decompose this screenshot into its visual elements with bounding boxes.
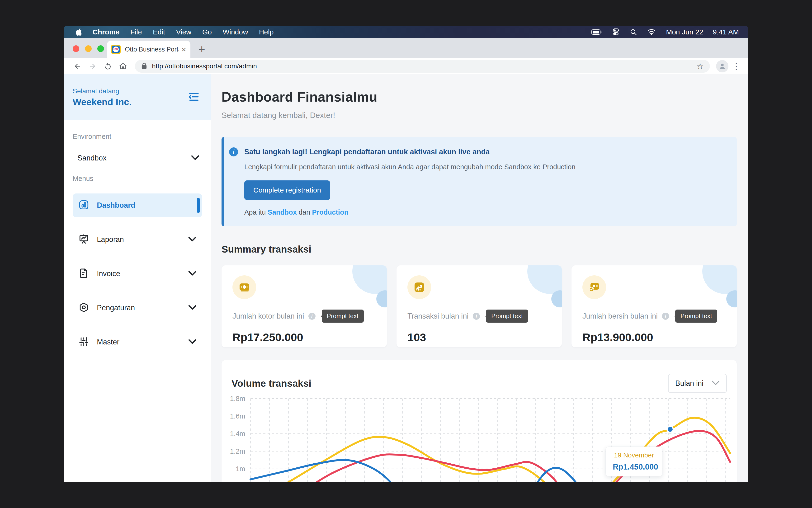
card-label: Transaksi bulan ini [408, 312, 468, 321]
sliders-icon [78, 336, 89, 348]
chart-tooltip-yellow: 19 November Rp1.450.000 [605, 447, 663, 476]
reload-icon[interactable] [101, 60, 114, 72]
menubar-help[interactable]: Help [259, 28, 274, 36]
presentation-chart-icon [78, 234, 89, 246]
card-value: Rp13.900.000 [583, 331, 726, 344]
sidebar-item-laporan[interactable]: Laporan [73, 228, 202, 251]
bookmark-star-icon[interactable]: ☆ [697, 61, 704, 71]
tab-close-icon[interactable]: × [181, 45, 186, 53]
chevron-down-icon [188, 270, 196, 277]
home-icon[interactable] [117, 60, 129, 72]
bar-chart-icon [78, 199, 89, 211]
menubar-edit[interactable]: Edit [153, 28, 165, 36]
activation-banner: i Satu langkah lagi! Lengkapi pendaftara… [221, 137, 737, 226]
tooltip-value: Rp1.450.000 [613, 462, 655, 471]
sidebar-header: Selamat datang Weekend Inc. [63, 74, 211, 120]
sidebar-item-invoice[interactable]: Invoice [73, 262, 202, 286]
banner-accent-bar [221, 137, 224, 226]
sidebar: Selamat datang Weekend Inc. Environment … [63, 74, 211, 482]
footnote-text: dan [297, 208, 312, 216]
control-center-icon[interactable] [612, 29, 619, 36]
info-icon[interactable]: i [662, 313, 669, 320]
decorative-circle [702, 265, 737, 294]
prompt-tooltip: Prompt text [675, 309, 717, 323]
new-tab-button[interactable]: + [199, 43, 205, 55]
production-link[interactable]: Production [312, 208, 348, 216]
window-close-button[interactable] [73, 45, 79, 52]
range-dropdown-value: Bulan ini [675, 379, 703, 388]
chevron-down-icon [712, 380, 720, 386]
battery-icon[interactable] [591, 29, 602, 35]
sandbox-link[interactable]: Sandbox [267, 208, 297, 216]
menubar-view[interactable]: View [176, 28, 191, 36]
sidebar-item-label: Dashboard [97, 201, 196, 210]
address-bar[interactable]: http://ottobusinessportal.com/admin ☆ [135, 60, 710, 73]
menubar-app-name[interactable]: Chrome [93, 28, 119, 36]
chart-marker-dot [667, 426, 673, 432]
card-label: Jumlah kotor bulan ini [232, 312, 304, 321]
menubar-go[interactable]: Go [202, 28, 212, 36]
card-value: Rp17.250.000 [232, 331, 376, 344]
volume-heading: Volume transaksi [231, 378, 311, 389]
info-icon[interactable]: i [308, 313, 315, 320]
sidebar-greeting: Selamat datang [73, 87, 132, 95]
profile-avatar-icon[interactable] [716, 60, 728, 72]
sidebar-item-dashboard[interactable]: Dashboard [73, 194, 202, 217]
menubar-date[interactable]: Mon Jun 22 [666, 28, 703, 36]
environment-selector[interactable]: Sandbox [73, 154, 202, 162]
menubar-clock[interactable]: 9:41 AM [713, 28, 739, 36]
sidebar-item-label: Invoice [97, 269, 188, 278]
svg-text:1.6m: 1.6m [230, 412, 245, 420]
volume-chart-card: Volume transaksi Bulan ini 1.8m1.6m1.4m1… [221, 360, 737, 482]
window-zoom-button[interactable] [97, 45, 104, 52]
banknote-icon [232, 276, 256, 299]
banner-title: Satu langkah lagi! Lengkapi pendaftaran … [244, 147, 490, 156]
chevron-down-icon [191, 155, 199, 161]
lock-icon[interactable] [141, 62, 147, 71]
settings-hexagon-icon [78, 302, 89, 314]
complete-registration-button[interactable]: Complete registration [244, 180, 330, 200]
svg-text:1.8m: 1.8m [230, 395, 245, 403]
chevron-down-icon [188, 237, 196, 243]
svg-text:1m: 1m [236, 465, 245, 473]
sidebar-item-pengaturan[interactable]: Pengaturan [73, 296, 202, 320]
browser-toolbar: http://ottobusinessportal.com/admin ☆ ⋮ [63, 58, 749, 74]
svg-text:1.4m: 1.4m [230, 430, 245, 437]
summary-card-net: Jumlah bersih bulan ini i Prompt text Rp… [571, 265, 737, 347]
spotlight-search-icon[interactable] [630, 29, 637, 36]
menus-label: Menus [73, 175, 202, 182]
menubar-file[interactable]: File [130, 28, 142, 36]
sidebar-item-label: Laporan [97, 235, 188, 244]
forward-icon[interactable] [86, 60, 99, 72]
sidebar-item-master[interactable]: Master [73, 330, 202, 354]
wallet-check-icon [583, 276, 606, 299]
svg-text:1.2m: 1.2m [230, 448, 245, 455]
banner-footnote: Apa itu Sandbox dan Production [244, 208, 727, 216]
browser-window: OTTO Otto Business Portal × + http://ott… [63, 38, 749, 482]
range-dropdown[interactable]: Bulan ini [668, 374, 727, 393]
footnote-text: Apa itu [244, 208, 267, 216]
summary-card-gross: Jumlah kotor bulan ini i Prompt text Rp1… [221, 265, 387, 347]
apple-logo-icon[interactable] [75, 28, 82, 36]
browser-tab[interactable]: OTTO Otto Business Portal × [107, 41, 190, 58]
menubar-window[interactable]: Window [223, 28, 248, 36]
window-minimize-button[interactable] [85, 45, 92, 52]
tooltip-date: 19 November [613, 452, 655, 459]
sidebar-item-label: Pengaturan [97, 304, 188, 312]
document-icon [78, 268, 89, 280]
back-icon[interactable] [71, 60, 84, 72]
company-name: Weekend Inc. [73, 97, 132, 107]
collapse-sidebar-icon[interactable] [188, 92, 199, 102]
info-icon: i [229, 147, 238, 157]
card-label: Jumlah bersih bulan ini [583, 312, 658, 321]
sidebar-item-label: Master [97, 338, 188, 346]
environment-label: Environment [73, 133, 202, 140]
browser-menu-icon[interactable]: ⋮ [732, 61, 741, 72]
volume-line-chart: 1.8m1.6m1.4m1.2m1m800k600k 19 November R… [227, 394, 731, 482]
banner-body: Lengkapi formulir pendaftaran untuk akti… [244, 163, 727, 171]
card-value: 103 [408, 331, 551, 344]
url-text[interactable]: http://ottobusinessportal.com/admin [152, 62, 697, 70]
page-subtitle: Selamat datang kembali, Dexter! [221, 111, 737, 120]
wifi-icon[interactable] [647, 29, 655, 35]
info-icon[interactable]: i [473, 313, 480, 320]
